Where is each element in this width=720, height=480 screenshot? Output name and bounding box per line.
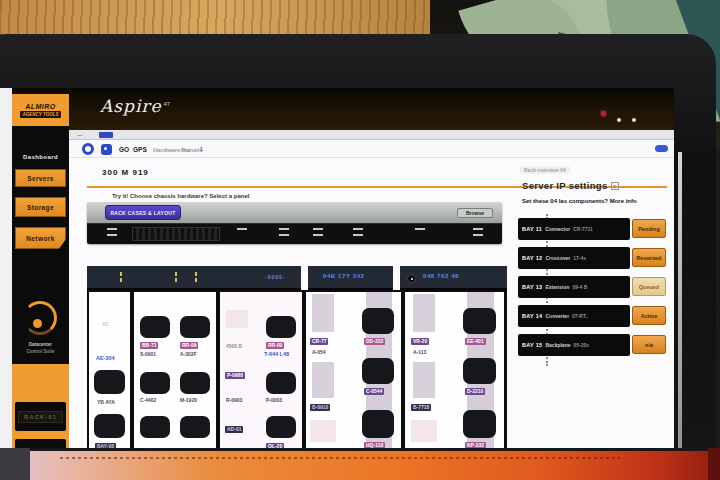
status-badge[interactable]: Active (632, 306, 666, 325)
rack-slot (140, 316, 170, 338)
rail-strip (413, 362, 435, 398)
status-led-white (617, 118, 621, 122)
toolbar-more[interactable]: 1 (200, 146, 203, 152)
rail-strip (312, 362, 334, 398)
row-meta: 09-4 B (572, 284, 587, 290)
rack-column[interactable]: BB-71 RR-09 S-0901 A-302F C-4402 M-1920 (134, 292, 216, 454)
slot-link[interactable]: AE-304 (96, 356, 115, 362)
rack-slot (463, 410, 496, 438)
bottom-left-shadow (0, 448, 30, 480)
sidebar-rack-item[interactable]: RACK-01 (15, 402, 66, 431)
rack-cases-button[interactable]: RACK CASES & LAYOUT (105, 205, 181, 220)
rack-column[interactable]: A2 AE-304 YB AYA BAY-08 (89, 292, 130, 454)
row-code: BAY 14 (522, 313, 542, 319)
desk-edge-gradient (0, 448, 720, 480)
slot-chip: BB-71 (140, 342, 158, 349)
rail-strip (312, 294, 334, 332)
account-pill[interactable] (655, 145, 668, 152)
rail-strip (226, 310, 248, 328)
rack-column[interactable]: VR-20 A-113 B-7718 EE-401 D-2210 KP-332 (405, 292, 504, 454)
setting-row[interactable]: BAY 13 Extension 09-4 B Queued (518, 276, 666, 298)
intro-text: Try it! Choose chassis hardware? Select … (112, 193, 249, 199)
port-dash (473, 228, 483, 240)
rail-strip (413, 294, 435, 332)
settings-heading: Server IP settings? (522, 180, 619, 191)
sidebar-button-network[interactable]: Network (15, 227, 66, 249)
sidebar-button-storage[interactable]: Storage (15, 197, 66, 217)
rack-item-label: RACK-01 (18, 411, 63, 423)
tab-indicator (99, 132, 113, 138)
browse-button[interactable]: Browse (457, 208, 493, 218)
breadcrumb: Rack overview 04 (520, 166, 570, 174)
setting-row-bar: BAY 12 Crossover 17-4s (518, 247, 630, 269)
sidebar-button-servers[interactable]: Servers (15, 169, 66, 187)
panel-header: -0000- 04B 17Y 342 048 762 48 (87, 266, 507, 290)
slot-chip: C-0544 (364, 388, 384, 395)
slot-label: P-0003 (266, 398, 282, 403)
setting-row[interactable]: BAY 15 Backplane 05-20s n/a (518, 334, 666, 356)
slot-chip: AD-01 (225, 426, 243, 433)
brand-emblem-icon (23, 301, 57, 335)
setting-row-bar: BAY 11 Connector CR-7711 (518, 218, 630, 240)
rack-column[interactable]: CR-77 A-054 B-0910 DD-333 C-0544 HQ-118 (306, 292, 401, 454)
status-led-red (601, 111, 606, 116)
rack-slot (463, 358, 496, 384)
port-dash (313, 228, 323, 240)
reload-icon[interactable] (82, 143, 94, 155)
status-badge[interactable]: n/a (632, 335, 666, 354)
slot-label: C-4402 (140, 398, 156, 403)
sidebar-caption: Datacenter Control Suite (12, 342, 69, 356)
status-badge[interactable]: Queued (632, 277, 666, 296)
port-dash (353, 228, 363, 240)
sidebar-logo: ALMIRO AGENCY TOOLS (12, 94, 69, 126)
slot-label: R-0903 (226, 398, 242, 403)
slot-link[interactable]: T-644 L48 (264, 352, 289, 358)
rack-slot (180, 372, 210, 394)
slot-label: YB AYA (97, 400, 115, 405)
scene: Aspire47 ALMIRO AGENCY TOOLS Dashboard S… (0, 0, 720, 480)
laptop-edge-highlight (678, 152, 682, 480)
row-desc: Backplane (545, 342, 570, 348)
brand-logo: Aspire47 (100, 96, 170, 116)
status-badge[interactable]: Reserved (632, 248, 666, 267)
status-badge[interactable]: Pending (632, 219, 666, 238)
slot-chip: B-7718 (411, 404, 431, 411)
row-desc: Crossover (545, 255, 570, 261)
page-title: 300 M 919 (102, 168, 149, 177)
sidebar-section-label: Dashboard (12, 154, 69, 160)
setting-row[interactable]: BAY 11 Connector CR-7711 Pending (518, 218, 666, 240)
slot-label: S-0901 (140, 352, 156, 357)
row-code: BAY 11 (522, 226, 542, 232)
panel-notch (301, 266, 308, 290)
slot-label: A2 (102, 322, 108, 327)
setting-row-bar: BAY 13 Extension 09-4 B (518, 276, 630, 298)
rack-slot (463, 308, 496, 334)
rack-slot (140, 372, 170, 394)
slot-chip: RR-80 (266, 342, 284, 349)
setting-row[interactable]: BAY 14 Converter 07-RT.. Active (518, 305, 666, 327)
gps-button[interactable]: GPS (133, 146, 147, 153)
setting-row-bar: BAY 14 Converter 07-RT.. (518, 305, 630, 327)
rack-slot (266, 416, 296, 438)
port-dash (107, 228, 117, 240)
laptop-screen: Aspire47 ALMIRO AGENCY TOOLS Dashboard S… (0, 88, 674, 480)
rack-column[interactable]: 4500 D P-0988 R-0903 AD-01 RR-80 T-644 L… (220, 292, 302, 454)
settings-panel: Rack overview 04 Server IP settings? Set… (516, 166, 668, 416)
record-icon[interactable] (407, 274, 416, 283)
slot-label: A-113 (413, 350, 426, 355)
rack-slot (362, 410, 394, 438)
setting-row[interactable]: BAY 12 Crossover 17-4s Reserved (518, 247, 666, 269)
slot-label: A-054 (312, 350, 326, 355)
app-icon[interactable] (101, 144, 112, 155)
tab-label[interactable]: ... (77, 131, 82, 137)
rack-slot (180, 316, 210, 338)
slot-chip: D-2210 (465, 388, 485, 395)
go-button[interactable]: GO (119, 146, 129, 153)
slot-label: M-1920 (180, 398, 197, 403)
help-icon[interactable]: ? (611, 182, 619, 190)
slot-chip: RR-09 (180, 342, 198, 349)
slot-label: 4500 D (226, 344, 242, 349)
rack-slot (94, 414, 125, 438)
port-dash (415, 228, 425, 234)
row-desc: Connector (545, 226, 570, 232)
